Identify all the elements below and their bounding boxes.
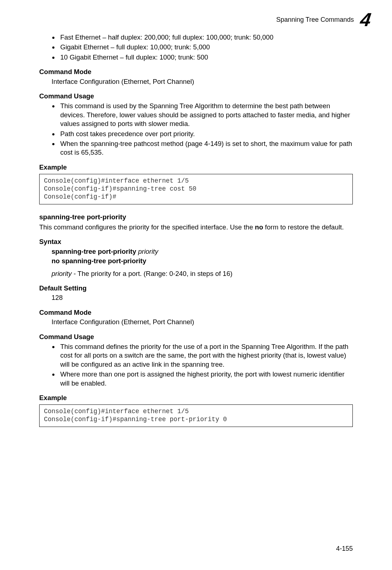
- page-header: Spanning Tree Commands 4: [276, 12, 370, 28]
- command-mode-text: Interface Configuration (Ethernet, Port …: [39, 318, 353, 326]
- priority-term: priority: [52, 270, 72, 277]
- heading-command-mode: Command Mode: [39, 308, 353, 317]
- default-value: 128: [39, 293, 353, 302]
- priority-desc-text: - The priority for a port. (Range: 0-240…: [72, 270, 233, 277]
- command-intro: This command configures the priority for…: [39, 223, 353, 232]
- page: Spanning Tree Commands 4 Fast Ethernet –…: [0, 0, 392, 570]
- list-item: Where more than one port is assigned the…: [59, 370, 353, 388]
- heading-example: Example: [39, 394, 353, 402]
- usage-bullet-list: This command is used by the Spanning Tre…: [39, 102, 353, 157]
- list-item: Gigabit Ethernet – full duplex: 10,000; …: [59, 43, 353, 52]
- syntax-line: spanning-tree port-priority priority: [52, 247, 353, 256]
- usage-bullet-list: This command defines the priority for th…: [39, 342, 353, 388]
- heading-command-usage: Command Usage: [39, 92, 353, 101]
- list-item: 10 Gigabit Ethernet – full duplex: 1000;…: [59, 53, 353, 62]
- heading-syntax: Syntax: [39, 237, 353, 246]
- heading-command-mode: Command Mode: [39, 68, 353, 76]
- intro-pre: This command configures the priority for…: [39, 223, 255, 231]
- intro-post: form to restore the default.: [263, 223, 344, 231]
- command-mode-text: Interface Configuration (Ethernet, Port …: [39, 77, 353, 86]
- syntax-cmd: spanning-tree port-priority: [52, 248, 136, 255]
- syntax-line-no: no spanning-tree port-priority: [52, 257, 353, 265]
- syntax-arg: priority: [138, 248, 158, 255]
- running-title: Spanning Tree Commands: [276, 16, 354, 24]
- command-title: spanning-tree port-priority: [39, 212, 353, 221]
- intro-bold: no: [255, 223, 263, 231]
- heading-example: Example: [39, 163, 353, 172]
- list-item: This command is used by the Spanning Tre…: [59, 102, 353, 128]
- code-example: Console(config)#interface ethernet 1/5 C…: [39, 174, 353, 204]
- list-item: Path cost takes precedence over port pri…: [59, 130, 353, 138]
- syntax-block: spanning-tree port-priority priority no …: [39, 247, 353, 266]
- chapter-number: 4: [359, 12, 371, 28]
- page-number: 4-155: [336, 545, 353, 553]
- heading-command-usage: Command Usage: [39, 333, 353, 341]
- list-item: This command defines the priority for th…: [59, 342, 353, 369]
- heading-default-setting: Default Setting: [39, 284, 353, 293]
- priority-description: priority - The priority for a port. (Ran…: [39, 269, 353, 278]
- top-bullet-list: Fast Ethernet – half duplex: 200,000; fu…: [39, 33, 353, 62]
- page-content: Fast Ethernet – half duplex: 200,000; fu…: [39, 12, 353, 427]
- list-item: When the spanning-tree pathcost method (…: [59, 139, 353, 157]
- code-example: Console(config)#interface ethernet 1/5 C…: [39, 404, 353, 427]
- list-item: Fast Ethernet – half duplex: 200,000; fu…: [59, 33, 353, 42]
